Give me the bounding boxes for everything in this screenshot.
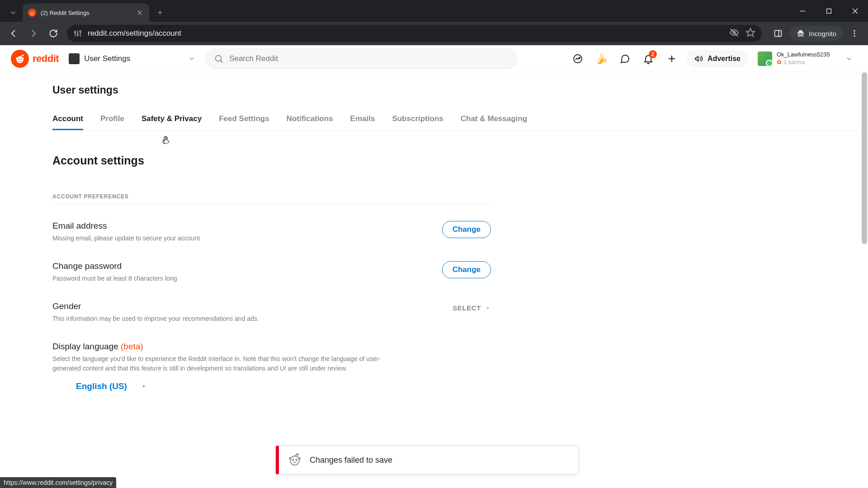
chat-icon[interactable] <box>615 49 634 68</box>
advertise-label: Advertise <box>708 55 741 63</box>
nav-dropdown-icon <box>69 53 80 64</box>
svg-point-25 <box>16 56 23 63</box>
error-toast: Changes failed to save <box>276 446 579 474</box>
nav-dropdown[interactable]: User Settings <box>64 51 200 67</box>
new-tab-button[interactable]: + <box>153 5 167 20</box>
reload-button[interactable] <box>44 24 62 42</box>
svg-rect-17 <box>775 30 782 36</box>
svg-point-40 <box>292 460 294 461</box>
change-password-button[interactable]: Change <box>442 261 491 278</box>
chevron-down-icon <box>188 55 195 62</box>
change-email-button[interactable]: Change <box>442 221 491 238</box>
forward-button[interactable] <box>24 24 42 42</box>
user-karma: ✿1 karma <box>777 59 830 66</box>
section-title: Account settings <box>52 154 868 167</box>
popular-icon[interactable] <box>568 49 587 68</box>
incognito-indicator[interactable]: Incognito <box>790 26 843 41</box>
tab-safety-privacy[interactable]: Safety & Privacy <box>142 114 202 130</box>
reddit-favicon <box>28 9 36 17</box>
tab-chat-messaging[interactable]: Chat & Messaging <box>461 114 527 130</box>
maximize-button[interactable] <box>816 2 842 20</box>
create-post-icon[interactable] <box>662 49 681 68</box>
user-menu[interactable]: Ok_Lawfulness5235 ✿1 karma <box>753 49 857 68</box>
svg-point-20 <box>801 34 803 36</box>
url-field[interactable]: reddit.com/settings/account <box>67 25 762 42</box>
advertise-button[interactable]: Advertise <box>686 50 749 67</box>
site-settings-icon[interactable] <box>73 29 82 38</box>
main-content: User settings Account Profile Safety & P… <box>0 72 868 391</box>
tab-profile[interactable]: Profile <box>100 114 124 130</box>
settings-tabs: Account Profile Safety & Privacy Feed Se… <box>52 114 857 131</box>
svg-point-22 <box>854 30 855 32</box>
eye-off-icon[interactable] <box>729 28 739 40</box>
svg-point-41 <box>296 460 297 461</box>
tab-title: (2) Reddit Settings <box>41 9 131 16</box>
nav-dropdown-label: User Settings <box>84 54 184 63</box>
svg-point-13 <box>80 31 81 32</box>
setting-language: Display language (beta) Select the langu… <box>52 342 491 373</box>
reddit-header: reddit User Settings 🍌 2 Advertise Ok_La… <box>0 45 868 72</box>
language-select[interactable]: English (US) <box>76 381 868 391</box>
search-input[interactable] <box>229 54 509 63</box>
svg-rect-5 <box>826 9 831 13</box>
user-info: Ok_Lawfulness5235 ✿1 karma <box>777 51 830 66</box>
svg-point-42 <box>289 457 291 459</box>
svg-point-39 <box>290 456 299 465</box>
svg-point-30 <box>16 57 17 59</box>
tab-subscriptions[interactable]: Subscriptions <box>392 114 443 130</box>
tab-notifications[interactable]: Notifications <box>287 114 333 130</box>
search-tabs-button[interactable] <box>4 4 23 22</box>
svg-point-11 <box>75 32 76 33</box>
tab-account[interactable]: Account <box>52 114 83 130</box>
tab-feed-settings[interactable]: Feed Settings <box>219 114 269 130</box>
browser-tab[interactable]: (2) Reddit Settings <box>23 4 149 22</box>
banana-icon[interactable]: 🍌 <box>592 49 611 68</box>
status-bar-url: https://www.reddit.com/settings/privacy <box>0 477 116 488</box>
language-desc: Select the language you'd like to experi… <box>52 354 401 373</box>
language-value: English (US) <box>76 381 127 391</box>
svg-point-19 <box>798 34 800 36</box>
bookmark-star-icon[interactable] <box>745 28 755 40</box>
setting-password: Change password Password must be at leas… <box>52 261 491 283</box>
setting-gender: Gender This information may be used to i… <box>52 301 491 324</box>
chrome-menu-icon[interactable] <box>845 24 863 42</box>
scrollbar-thumb[interactable] <box>862 72 867 244</box>
password-desc: Password must be at least 8 characters l… <box>52 274 401 283</box>
tab-bar: (2) Reddit Settings + <box>0 0 868 22</box>
subsection-label: ACCOUNT PREFERENCES <box>52 193 491 204</box>
gender-select-button[interactable]: SELECT <box>453 304 491 312</box>
toast-message: Changes failed to save <box>310 455 392 465</box>
url-text: reddit.com/settings/account <box>88 29 724 38</box>
search-bar[interactable] <box>205 48 517 69</box>
notification-badge: 2 <box>649 50 657 58</box>
tab-emails[interactable]: Emails <box>350 114 375 130</box>
svg-line-33 <box>221 60 223 62</box>
page-title: User settings <box>52 84 868 96</box>
reddit-logo[interactable]: reddit <box>11 50 59 68</box>
setting-email: Email address Missing email, please upda… <box>52 221 491 243</box>
browser-chrome: (2) Reddit Settings + reddit.com/setting… <box>0 0 868 45</box>
svg-rect-21 <box>797 33 804 33</box>
sad-snoo-icon <box>288 453 302 467</box>
megaphone-icon <box>694 54 704 64</box>
svg-point-45 <box>297 454 298 455</box>
email-title: Email address <box>52 221 401 231</box>
chevron-down-icon <box>845 55 853 62</box>
address-bar: reddit.com/settings/account Incognito <box>0 22 868 45</box>
close-tab-icon[interactable] <box>136 9 144 17</box>
side-panel-icon[interactable] <box>769 24 787 42</box>
svg-point-23 <box>854 33 855 34</box>
close-window-button[interactable] <box>842 2 868 20</box>
svg-point-32 <box>216 55 222 61</box>
minimize-button[interactable] <box>789 2 816 20</box>
snoo-icon <box>11 50 29 68</box>
karma-icon: ✿ <box>777 59 782 66</box>
notifications-icon[interactable]: 2 <box>639 49 658 68</box>
username: Ok_Lawfulness5235 <box>777 51 830 59</box>
back-button[interactable] <box>5 24 23 42</box>
language-title: Display language (beta) <box>52 342 401 352</box>
incognito-label: Incognito <box>809 30 836 38</box>
window-controls <box>789 2 868 20</box>
caret-down-icon <box>485 305 491 311</box>
avatar <box>758 52 772 66</box>
